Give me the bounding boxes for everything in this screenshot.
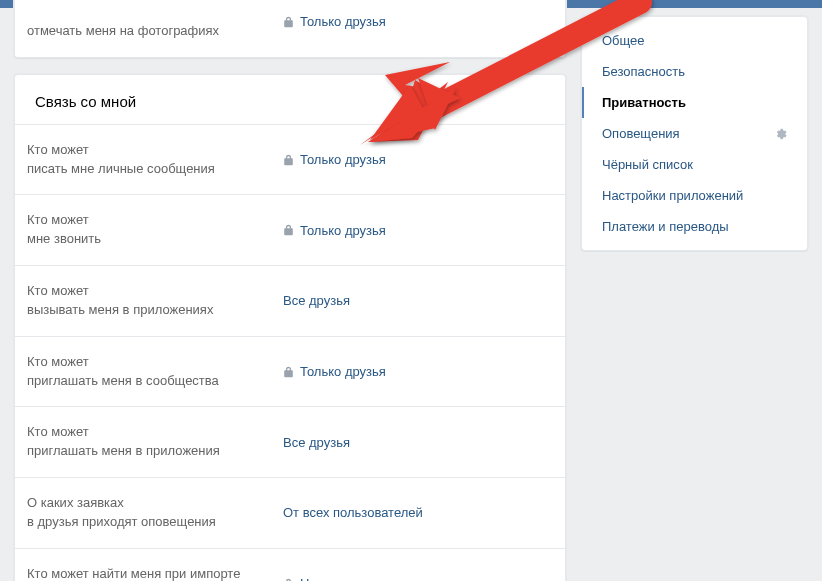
lock-icon [283, 224, 294, 236]
setting-label-bold: оповещения [141, 514, 216, 529]
setting-label-line2: приглашать меня в [27, 443, 146, 458]
sidebar-item-notifications[interactable]: Оповещения [582, 118, 807, 149]
section-title: Связь со мной [15, 75, 565, 125]
setting-label-line1: Кто может [27, 424, 89, 439]
setting-label: Кто может приглашать меня в сообщества [27, 353, 283, 391]
setting-label-line2: приглашать меня в [27, 373, 146, 388]
setting-row: Кто может вызывать меня в приложениях Вс… [15, 266, 565, 337]
setting-value-text: Все друзья [283, 435, 350, 450]
setting-value[interactable]: Только друзья [283, 152, 545, 167]
setting-label-line2: вызывать меня в [27, 302, 133, 317]
setting-value-text: От всех пользователей [283, 505, 423, 520]
setting-value-text: Только друзья [300, 152, 386, 167]
gear-icon[interactable] [773, 127, 787, 141]
setting-label-line2: в друзья приходят [27, 514, 141, 529]
setting-label-bold: сообщества [146, 373, 219, 388]
setting-row: Кто может писать мне личные сообщения То… [15, 125, 565, 196]
setting-value-text: Все друзья [283, 293, 350, 308]
setting-value[interactable]: Только друзья [283, 14, 545, 29]
setting-label: - отмечать меня на фотографиях [27, 3, 283, 41]
setting-value-text: Только друзья [300, 14, 386, 29]
setting-label: Кто может вызывать меня в приложениях [27, 282, 283, 320]
setting-row: Кто может приглашать меня в приложения В… [15, 407, 565, 478]
setting-label: Кто может писать мне личные сообщения [27, 141, 283, 179]
setting-value-text: Только друзья [300, 223, 386, 238]
setting-label: О каких заявках в друзья приходят оповещ… [27, 494, 283, 532]
sidebar-item-label: Приватность [602, 95, 686, 110]
setting-label-bold: приложениях [133, 302, 213, 317]
lock-icon [283, 16, 294, 28]
setting-row: Кто может найти меня при импорте контакт… [15, 549, 565, 581]
setting-value[interactable]: Только друзья [283, 223, 545, 238]
setting-value[interactable]: Никто [283, 576, 545, 581]
sidebar-card: Общее Безопасность Приватность Оповещени… [581, 16, 808, 251]
setting-label-line1: Кто может [27, 354, 89, 369]
section-card-tagging: - отмечать меня на фотографиях Только др… [14, 0, 566, 58]
lock-icon [283, 578, 294, 581]
sidebar-item-label: Платежи и переводы [602, 219, 729, 234]
setting-value[interactable]: Все друзья [283, 435, 545, 450]
setting-label-bold: приложения [146, 443, 220, 458]
setting-label: Кто может мне звонить [27, 211, 283, 249]
sidebar-item-label: Безопасность [602, 64, 685, 79]
sidebar-item-payments[interactable]: Платежи и переводы [582, 211, 807, 242]
sidebar: Общее Безопасность Приватность Оповещени… [581, 16, 808, 251]
sidebar-item-apps[interactable]: Настройки приложений [582, 180, 807, 211]
setting-label-line2: писать мне личные [27, 161, 147, 176]
setting-row: О каких заявках в друзья приходят оповещ… [15, 478, 565, 549]
setting-label: Кто может приглашать меня в приложения [27, 423, 283, 461]
sidebar-item-label: Чёрный список [602, 157, 693, 172]
sidebar-item-security[interactable]: Безопасность [582, 56, 807, 87]
setting-value[interactable]: Все друзья [283, 293, 545, 308]
setting-label-line1: Кто может найти меня при импорте [27, 566, 240, 581]
lock-icon [283, 154, 294, 166]
main-column: - отмечать меня на фотографиях Только др… [14, 0, 566, 581]
sidebar-item-general[interactable]: Общее [582, 25, 807, 56]
setting-label-line2: мне [27, 231, 54, 246]
setting-row: Кто может приглашать меня в сообщества Т… [15, 337, 565, 408]
setting-label-bold: сообщения [147, 161, 215, 176]
setting-label-line1: Кто может [27, 142, 89, 157]
setting-value-text: Никто [300, 576, 336, 581]
lock-icon [283, 366, 294, 378]
sidebar-item-label: Настройки приложений [602, 188, 743, 203]
section-card-contact: Связь со мной Кто может писать мне личны… [14, 74, 566, 581]
setting-label-line1: Кто может [27, 212, 89, 227]
page: - отмечать меня на фотографиях Только др… [0, 8, 822, 581]
setting-value[interactable]: Только друзья [283, 364, 545, 379]
setting-row: Кто может мне звонить Только друзья [15, 195, 565, 266]
setting-label: Кто может найти меня при импорте контакт… [27, 565, 283, 581]
sidebar-item-label: Общее [602, 33, 645, 48]
setting-label-bold: звонить [54, 231, 101, 246]
setting-label-line1: О каких заявках [27, 495, 124, 510]
setting-value[interactable]: От всех пользователей [283, 505, 545, 520]
sidebar-item-label: Оповещения [602, 126, 680, 141]
sidebar-item-privacy[interactable]: Приватность [582, 87, 807, 118]
setting-row: - отмечать меня на фотографиях Только др… [15, 0, 565, 57]
setting-value-text: Только друзья [300, 364, 386, 379]
sidebar-item-blacklist[interactable]: Чёрный список [582, 149, 807, 180]
setting-label-line1: Кто может [27, 283, 89, 298]
setting-label-line2: отмечать меня на фотографиях [27, 23, 219, 38]
